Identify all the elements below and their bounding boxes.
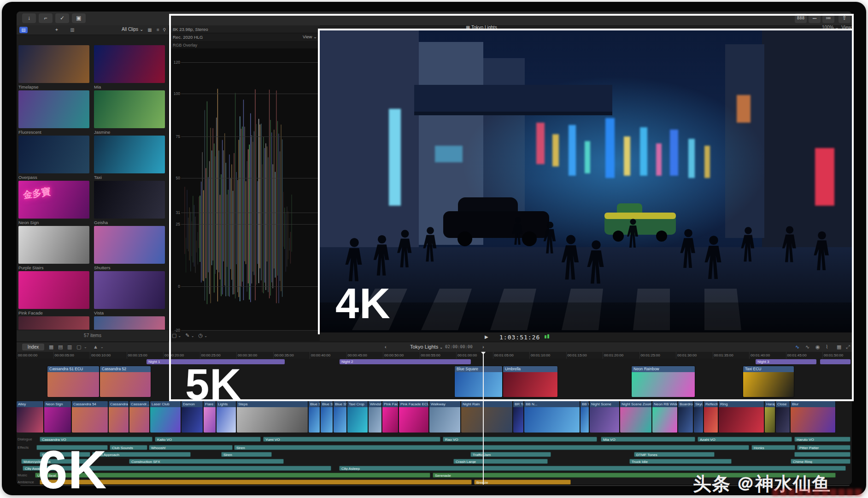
connected-storyline-clip[interactable]: BB N... [524, 401, 580, 433]
clip-thumbnail[interactable] [94, 316, 165, 330]
primary-storyline-clip[interactable]: Neon Rainbow [631, 366, 695, 397]
connected-storyline-clip[interactable]: Blue S51 [309, 401, 320, 433]
clip-thumbnail[interactable] [94, 226, 165, 264]
primary-storyline-clip[interactable]: Cassandra 52 [100, 366, 151, 397]
connected-storyline-clip[interactable]: Haraj... [765, 401, 775, 433]
append-clip-icon[interactable]: ▥ [67, 344, 72, 350]
previous-timeline-icon[interactable]: ‹ [385, 344, 387, 350]
clip-thumbnail[interactable] [18, 45, 89, 83]
audio-clip[interactable]: Truck Idle [629, 459, 732, 464]
clip-thumbnail[interactable] [18, 316, 89, 330]
connected-storyline-clip[interactable]: BB W... [581, 401, 589, 433]
import-media-icon[interactable]: ↓ [22, 13, 36, 23]
primary-storyline-clip[interactable]: Umbrella [503, 366, 558, 397]
clip-appearance-icon[interactable]: ▦ [837, 344, 841, 350]
audio-clip[interactable]: Mia VO [601, 437, 695, 442]
clip-thumbnail[interactable] [94, 90, 165, 128]
primary-storyline-clip[interactable]: Cassandra 51 ECU [47, 366, 100, 397]
browser-clip[interactable] [18, 316, 89, 330]
browser-clip[interactable]: Pink Facade [18, 271, 89, 315]
clip-thumbnail[interactable] [94, 45, 165, 83]
browser-clip[interactable]: Taxi [94, 136, 165, 180]
audio-clip[interactable]: Azahi VO [698, 437, 792, 442]
connected-storyline-clip[interactable]: Cassandra 54 [72, 401, 108, 433]
audio-clip[interactable]: Yumi VO [263, 437, 440, 442]
clip-thumbnail[interactable] [18, 271, 89, 309]
browser-clip[interactable]: Purple Stairs [18, 226, 89, 270]
audio-clip[interactable]: Pitter Patter [797, 445, 850, 450]
primary-storyline-clip[interactable]: Blue Square [454, 366, 503, 397]
connected-storyline-clip[interactable]: Night Scene Zoom [620, 401, 652, 433]
connected-storyline-clip[interactable]: Blue S53 [334, 401, 347, 433]
audio-clip[interactable]: Construction SFX [129, 459, 284, 464]
audio-clip[interactable]: Breeze [474, 480, 571, 485]
audio-clip[interactable]: Rao VO [443, 437, 597, 442]
browser-clip[interactable]: Timelapse [18, 45, 89, 89]
title-clip[interactable]: Night 2 [340, 359, 471, 364]
playhead[interactable] [483, 352, 484, 485]
connected-storyline-clip[interactable]: Blur [791, 401, 836, 433]
timeline-ruler[interactable]: 00:00:00:0000:00:05:0000:00:10:0000:00:1… [17, 352, 852, 359]
audio-clip[interactable]: Honks [751, 445, 795, 450]
clip-thumbnail[interactable] [94, 181, 165, 219]
connected-storyline-clip[interactable]: Pink Facade ECU [399, 401, 429, 433]
clip-filter-dropdown[interactable]: All Clips ⌄ [122, 27, 143, 32]
browser-clip[interactable]: Geisha [94, 181, 165, 225]
connected-storyline-clip[interactable]: Steps [237, 401, 308, 433]
connected-storyline-clip[interactable]: Taxi Crop [347, 401, 368, 433]
media-import-icon[interactable]: ▣ [72, 13, 86, 23]
connected-storyline-clip[interactable]: Neon Sign [44, 401, 71, 433]
clip-thumbnail[interactable] [18, 136, 89, 173]
browser-clip[interactable]: Fluorescent [18, 90, 89, 135]
connected-storyline-clip[interactable]: Night Rain [461, 401, 513, 433]
connected-storyline-clip[interactable]: Cassandra 54 [109, 401, 129, 433]
timeline-tab[interactable]: Tokyo Lights ⌄ [410, 344, 443, 351]
solo-icon[interactable]: ◉ [815, 344, 820, 350]
crop-tool-icon[interactable]: ▢ ⌄ [172, 332, 181, 338]
clip-index-icon[interactable]: ▥ [68, 27, 76, 33]
browser-clip[interactable]: Vista [94, 271, 165, 315]
background-tasks-icon[interactable]: ✓ [55, 13, 69, 23]
clip-thumbnail[interactable] [94, 271, 165, 309]
browser-clip[interactable]: Overpass [18, 136, 89, 180]
background-render-icon[interactable]: ••• [809, 13, 821, 23]
connected-storyline-clip[interactable]: Ring [719, 401, 764, 433]
audio-meters-icon[interactable] [544, 334, 549, 339]
connected-storyline-clip[interactable]: Pink Facade [382, 401, 399, 433]
audio-clip[interactable]: Crash Large [453, 459, 548, 464]
primary-storyline-clip[interactable]: Taxi ECU [743, 366, 794, 397]
browser-clip[interactable]: Mia [94, 45, 165, 89]
filmstrip-view-icon[interactable]: ▦ [146, 27, 154, 33]
connected-storyline-clip[interactable]: Windshield [369, 401, 382, 433]
next-timeline-icon[interactable]: › [482, 344, 484, 350]
retime-icon[interactable]: ◷ ⌄ [199, 332, 207, 338]
connected-storyline-clip[interactable]: Reflection [704, 401, 718, 433]
inspector-icon[interactable]: ≔ [822, 13, 834, 23]
share-icon[interactable]: ⇧ [839, 13, 850, 23]
connected-storyline-clip[interactable]: Close [776, 401, 790, 433]
audio-clip[interactable]: Siren [234, 445, 749, 450]
skimming-icon[interactable]: ∿ [795, 344, 799, 350]
index-button[interactable]: Index [22, 344, 44, 350]
keyword-icon[interactable]: ⌐ [39, 13, 53, 23]
connected-storyline-clip[interactable]: Neon RB Wide [652, 401, 678, 433]
effects-browser-icon[interactable]: ✦ [53, 27, 61, 33]
audio-clip[interactable]: Club Sounds [110, 445, 147, 450]
connected-storyline-clip[interactable]: BR Taxi [513, 401, 524, 433]
tool-select-icon[interactable]: ▲ [93, 344, 98, 350]
audio-clip[interactable]: Kaito VO [155, 437, 261, 442]
browser-clip[interactable]: Jasmine [94, 90, 165, 135]
audio-clip[interactable] [794, 452, 850, 457]
audio-clip[interactable]: Haruto VO [794, 437, 850, 442]
connect-clip-icon[interactable]: ▦ [49, 344, 53, 350]
chevron-down-icon[interactable]: ⌄ [84, 344, 87, 350]
title-clip[interactable] [820, 359, 850, 364]
connected-storyline-clip[interactable]: Laser Club [150, 401, 181, 433]
timeline-expand-icon[interactable]: ⤢ [846, 344, 850, 350]
connected-storyline-clip[interactable]: Alley [17, 401, 44, 433]
audio-skimming-icon[interactable]: ∿ [805, 344, 809, 350]
connected-storyline-clip[interactable]: Night Scene [590, 401, 620, 433]
overwrite-clip-icon[interactable]: ▢ [76, 344, 81, 350]
browser-clip[interactable]: 金多寶Neon Sign [18, 181, 89, 225]
connected-storyline-clip[interactable]: Boardroom [678, 401, 693, 433]
